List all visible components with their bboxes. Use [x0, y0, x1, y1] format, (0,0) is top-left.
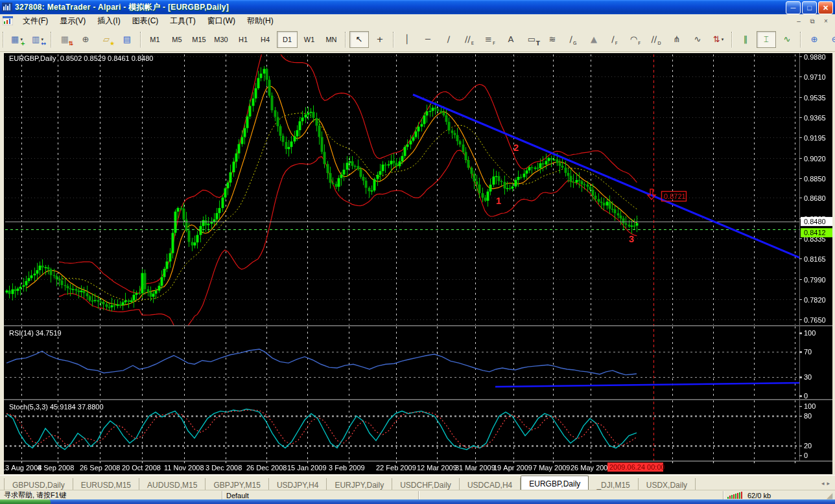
candlestick-chart-button[interactable]: ⌶: [757, 31, 776, 48]
status-profile[interactable]: Default: [226, 492, 249, 499]
trendline-icon: ∕: [447, 35, 450, 43]
menu-item-2[interactable]: 插入(I): [91, 14, 126, 28]
toolbar-grip: [51, 32, 52, 47]
new-chart-button[interactable]: ▦+▾: [7, 31, 27, 48]
chart-window-icon: [3, 16, 13, 25]
crosshair-icon: +: [377, 35, 384, 43]
fibo-fan-button[interactable]: ∕F: [605, 31, 624, 48]
favorites-button[interactable]: ▱★: [97, 31, 116, 48]
metatrader-window: 327808: MetaTrader - Alpari - 模拟帐户 - [EU…: [0, 0, 835, 504]
dropdown-arrow-icon[interactable]: ▾: [722, 37, 724, 42]
tf-h1-button[interactable]: H1: [233, 31, 253, 48]
fibo-arcs-button[interactable]: ◠F: [626, 31, 645, 48]
gann-line-icon: ∕: [570, 35, 572, 43]
text-button[interactable]: A: [501, 31, 521, 48]
tool-sub-label: F: [493, 41, 495, 46]
window-title: 327808: MetaTrader - Alpari - 模拟帐户 - [EU…: [15, 2, 229, 13]
child-restore-button[interactable]: ⧉: [806, 16, 819, 27]
menu-item-3[interactable]: 图表(C): [126, 14, 165, 28]
tab-scroll-left-icon[interactable]: ◂: [821, 480, 825, 487]
menu-item-4[interactable]: 工具(T): [164, 14, 201, 28]
equidistant-channel-button[interactable]: ∕∕E: [460, 31, 479, 48]
fibo-expansion-icon: ∕∕: [651, 35, 657, 43]
line-chart-button[interactable]: ∿: [777, 31, 797, 48]
navigator-button[interactable]: ⊕: [76, 31, 95, 48]
menu-item-6[interactable]: 帮助(H): [241, 14, 279, 28]
fibo-expansion-button[interactable]: ∕∕D: [646, 31, 666, 48]
close-button[interactable]: ✕: [818, 1, 833, 14]
tf-mn-button[interactable]: MN: [321, 31, 342, 48]
tab--dji-m15[interactable]: _DJI,M15: [589, 478, 638, 490]
vertical-line-button[interactable]: │: [397, 31, 417, 48]
chart-tab-bar: GBPUSD,DailyEURUSD,M15AUDUSD,M15GBPJPY,M…: [0, 475, 835, 490]
tf-w1-button[interactable]: W1: [299, 31, 320, 48]
cursor-icon: ↖: [356, 35, 363, 43]
maximize-button[interactable]: □: [802, 1, 817, 14]
tf-m5-button[interactable]: M5: [167, 31, 187, 48]
horizontal-line-icon: ─: [425, 35, 430, 43]
toolbar-group-zoom: ⊕⊖: [804, 31, 835, 48]
terminal-button[interactable]: ▤: [117, 31, 137, 48]
tab-gbpjpy-m15[interactable]: GBPJPY,M15: [206, 478, 268, 490]
tf-m30-button[interactable]: M30: [211, 31, 231, 48]
fibo-channel-icon: ≋: [549, 35, 556, 43]
toolbar-grip: [345, 32, 346, 47]
tool-sub-label: E: [471, 41, 474, 46]
gann-fan-icon: ▲: [591, 35, 597, 43]
menu-item-0[interactable]: 文件(F): [17, 14, 54, 28]
gann-fan-button[interactable]: ▲: [584, 31, 604, 48]
vertical-line-icon: │: [405, 35, 410, 43]
menu-bar: 文件(F)显示(V)插入(I)图表(C)工具(T)窗口(W)帮助(H) – ⧉ …: [0, 14, 835, 28]
chart-canvas[interactable]: [4, 53, 832, 474]
fibo-channel-button[interactable]: ≋: [543, 31, 562, 48]
child-minimize-button[interactable]: –: [792, 16, 805, 27]
tf-d1-button[interactable]: D1: [277, 31, 298, 48]
tab-eurusd-m15[interactable]: EURUSD,M15: [73, 478, 139, 490]
tf-m1-button[interactable]: M1: [145, 31, 165, 48]
start-button-fragment[interactable]: [0, 499, 51, 504]
zoom-in-icon: ⊕: [811, 35, 818, 43]
tab-usdjpy-h4[interactable]: USDJPY,H4: [269, 478, 327, 490]
zoom-in-button[interactable]: ⊕: [805, 31, 824, 48]
text-label-button[interactable]: ▭T: [522, 31, 541, 48]
tab-eurgbp-daily[interactable]: EURGBP,Daily: [521, 475, 589, 490]
fibo-retracement-button[interactable]: ≡F: [480, 31, 500, 48]
horizontal-line-button[interactable]: ─: [418, 31, 438, 48]
tf-h4-button[interactable]: H4: [255, 31, 276, 48]
toolbar-group-charttype: ‖⌶∿: [735, 31, 797, 48]
cursor-button[interactable]: ↖: [349, 31, 369, 48]
tool-sub-label: F: [615, 41, 618, 46]
favorites-icon: ▱: [103, 35, 110, 43]
profiles-button[interactable]: ▥↔▾: [28, 31, 47, 48]
fibo-retracement-icon: ≡: [485, 35, 492, 43]
market-watch-button[interactable]: ▦⇅: [55, 31, 75, 48]
tab-eurjpy-daily[interactable]: EURJPY,Daily: [327, 478, 392, 490]
child-close-button[interactable]: ×: [819, 16, 832, 27]
tab-usdx-daily[interactable]: USDX,Daily: [639, 478, 696, 490]
zoom-out-button[interactable]: ⊖: [825, 31, 835, 48]
equidistant-channel-icon: ∕∕: [465, 35, 471, 43]
chart-area: [0, 52, 835, 475]
connection-bars-icon: [727, 492, 742, 499]
toolbar-group-file: ▦+▾▥↔▾: [6, 31, 48, 48]
tf-m15-button[interactable]: M15: [189, 31, 209, 48]
gann-line-button[interactable]: ∕G: [563, 31, 583, 48]
menu-item-1[interactable]: 显示(V): [54, 14, 91, 28]
tool-sub-label: D: [657, 41, 661, 46]
bar-chart-button[interactable]: ‖: [736, 31, 755, 48]
tab-scroll-right-icon[interactable]: ▸: [827, 480, 830, 487]
toolbar-grip: [800, 32, 801, 47]
bar-chart-icon: ‖: [744, 35, 748, 43]
tab-usdcad-h4[interactable]: USDCAD,H4: [460, 478, 521, 490]
andrews-pitchfork-button[interactable]: ⋔: [667, 31, 687, 48]
minimize-button[interactable]: ─: [786, 1, 801, 14]
crosshair-button[interactable]: +: [370, 31, 390, 48]
trendline-button[interactable]: ∕: [439, 31, 458, 48]
tab-gbpusd-daily[interactable]: GBPUSD,Daily: [4, 478, 73, 490]
tab-audusd-m15[interactable]: AUDUSD,M15: [139, 478, 206, 490]
arrows-button[interactable]: ⇅▾: [709, 31, 728, 48]
menu-item-5[interactable]: 窗口(W): [202, 14, 241, 28]
tab-usdchf-daily[interactable]: USDCHF,Daily: [392, 478, 460, 490]
tool-overlay-glyph: ↔: [41, 41, 46, 47]
cycle-lines-button[interactable]: ∿: [688, 31, 707, 48]
